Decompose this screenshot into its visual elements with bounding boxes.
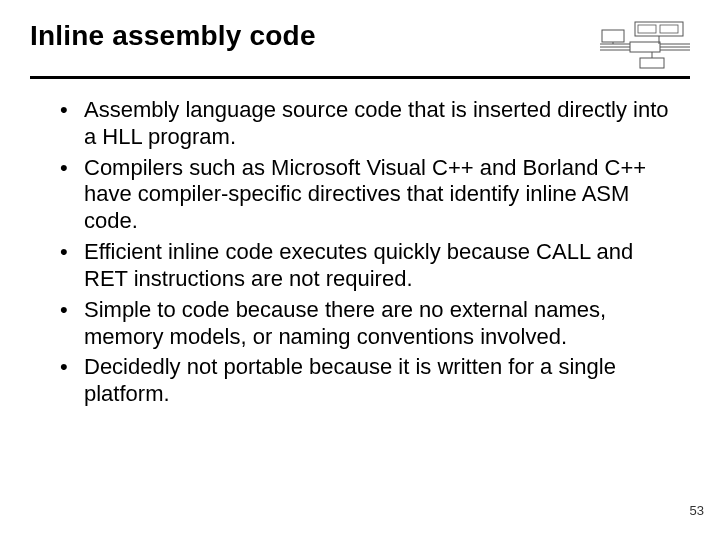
svg-rect-8 xyxy=(640,58,664,68)
bullet-list: Assembly language source code that is in… xyxy=(56,97,680,408)
list-item: Decidedly not portable because it is wri… xyxy=(56,354,680,408)
cpu-diagram-icon xyxy=(600,20,690,70)
header: Inline assembly code xyxy=(30,20,690,79)
content-area: Assembly language source code that is in… xyxy=(30,97,690,408)
page-number: 53 xyxy=(690,503,704,518)
list-item: Compilers such as Microsoft Visual C++ a… xyxy=(56,155,680,235)
list-item: Simple to code because there are no exte… xyxy=(56,297,680,351)
list-item: Assembly language source code that is in… xyxy=(56,97,680,151)
svg-rect-0 xyxy=(635,22,683,36)
svg-rect-2 xyxy=(660,25,678,33)
svg-rect-3 xyxy=(602,30,624,42)
svg-rect-1 xyxy=(638,25,656,33)
list-item: Efficient inline code executes quickly b… xyxy=(56,239,680,293)
slide: Inline assembly code Assembly language s… xyxy=(0,0,720,540)
page-title: Inline assembly code xyxy=(30,20,316,52)
svg-rect-7 xyxy=(630,42,660,52)
